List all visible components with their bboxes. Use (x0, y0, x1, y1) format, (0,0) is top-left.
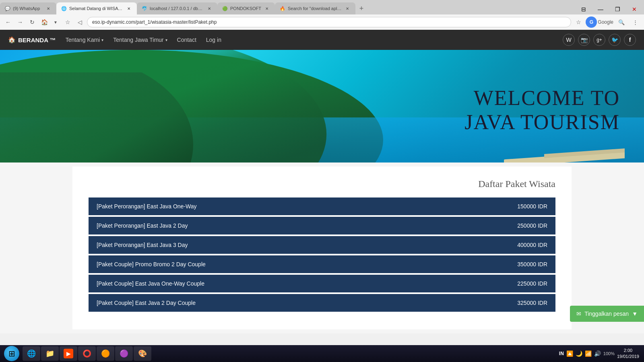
address-input[interactable]: eso.ip-dynamic.com/part_1/wisatasia-mast… (87, 17, 571, 27)
package-row-3[interactable]: [Paket Couple] Promo Bromo 2 Day Couple … (89, 255, 555, 273)
tab-close-button[interactable]: ✕ (344, 5, 351, 12)
media-icon: ▶ (64, 349, 73, 358)
google-label: Google (598, 19, 613, 25)
window-minimize-button[interactable]: — (592, 4, 609, 14)
nav-link-tentang-jawa-timur[interactable]: Tentang Jawa Timur▾ (111, 37, 169, 43)
back-history-button[interactable]: ◁ (75, 17, 85, 27)
package-name: [Paket Perorangan] East Java One-Way (97, 203, 197, 210)
tab-label: Search for "download aplika..." (288, 6, 342, 11)
package-row-1[interactable]: [Paket Perorangan] East Java 2 Day 25000… (89, 217, 555, 234)
package-name: [Paket Couple] East Java 2 Day Couple (97, 300, 196, 306)
package-price: 325000 IDR (517, 300, 547, 306)
address-text: eso.ip-dynamic.com/part_1/wisatasia-mast… (92, 19, 217, 25)
window-tab-strip-button[interactable]: ⊟ (576, 4, 592, 14)
tab-close-button[interactable]: ✕ (126, 5, 132, 12)
browser-tab-tab2[interactable]: 🌐 Selamat Datang di WISATASIA ✕ (56, 2, 137, 14)
dropdown-button[interactable]: ▼ (51, 17, 60, 27)
taskbar-purple-button[interactable]: 🟣 (115, 346, 133, 361)
clock-date: 19/01/2019 (617, 354, 639, 360)
nav-link-contact[interactable]: Contact (175, 37, 198, 43)
orange-app-icon: 🟠 (101, 349, 110, 358)
taskbar-chrome-button[interactable]: ⭕ (78, 346, 96, 361)
system-tray: IN 🔼 🌙 📶 🔊 100% 2:00 19/01/2019 (556, 348, 642, 360)
main-content: Daftar Paket Wisata [Paket Perorangan] E… (72, 167, 572, 329)
system-clock[interactable]: 2:00 19/01/2019 (617, 348, 639, 360)
package-row-2[interactable]: [Paket Perorangan] East Java 3 Day 40000… (89, 236, 555, 254)
taskbar-media-button[interactable]: ▶ (60, 346, 77, 361)
back-button[interactable]: ← (3, 17, 13, 27)
social-facebook-icon[interactable]: f (624, 34, 636, 46)
nav-brand[interactable]: 🏠 BERANDA ™ (8, 36, 56, 43)
network-icon[interactable]: 📶 (585, 350, 592, 357)
package-row-0[interactable]: [Paket Perorangan] East Java One-Way 150… (89, 197, 555, 215)
bookmark-button[interactable]: ☆ (63, 17, 72, 27)
search-button[interactable]: 🔍 (616, 16, 627, 28)
tab-bar: 💬 (9) WhatsApp ✕ 🌐 Selamat Datang di WIS… (0, 0, 644, 14)
package-row-5[interactable]: [Paket Couple] East Java 2 Day Couple 32… (89, 294, 555, 312)
tab-label: PONDOKSOFT (230, 6, 261, 11)
package-price: 225000 IDR (517, 280, 547, 287)
hero-title: WELCOME TO JAVA TOURISM (464, 86, 620, 134)
package-name: [Paket Perorangan] East Java 3 Day (97, 242, 188, 248)
browser-tab-tab3[interactable]: 🐬 localhost / 127.0.0.1 / db_nina... ✕ (137, 2, 217, 14)
bookmark-star-button[interactable]: ☆ (574, 17, 583, 27)
folder-icon: 📁 (45, 349, 55, 358)
zoom-value: 100% (603, 351, 615, 356)
nav-link-label: Tentang Jawa Timur (113, 37, 163, 43)
package-name: [Paket Couple] Promo Bromo 2 Day Couple (97, 261, 206, 267)
address-bar-row: ← → ↻ 🏠 ▼ ☆ ◁ eso.ip-dynamic.com/part_1/… (0, 14, 644, 30)
hero-title-line1: WELCOME TO (474, 86, 620, 109)
social-twitter-icon[interactable]: 🐦 (609, 34, 621, 46)
social-wordpress-icon[interactable]: W (563, 34, 575, 46)
home-button[interactable]: 🏠 (39, 17, 49, 27)
window-close-button[interactable]: ✕ (626, 4, 642, 14)
nav-dropdown-chevron: ▾ (101, 38, 103, 42)
navbar-social: W 📷 g+ 🐦 f (563, 34, 636, 46)
moon-icon[interactable]: 🌙 (576, 350, 582, 357)
nav-link-label: Log in (206, 37, 221, 43)
volume-icon[interactable]: 🔊 (594, 350, 601, 357)
tab-close-button[interactable]: ✕ (45, 5, 52, 12)
browser-tab-tab4[interactable]: 🟢 PONDOKSOFT ✕ (217, 2, 275, 14)
notifications-icon[interactable]: 🔼 (566, 350, 573, 357)
tab-close-button[interactable]: ✕ (206, 5, 213, 12)
hero-text: WELCOME TO JAVA TOURISM (464, 78, 644, 134)
browser-chrome: 💬 (9) WhatsApp ✕ 🌐 Selamat Datang di WIS… (0, 0, 644, 30)
purple-app-icon: 🟣 (119, 349, 129, 358)
clock-time: 2:00 (617, 348, 639, 354)
language-indicator: IN (559, 351, 564, 356)
taskbar-ie-button[interactable]: 🌐 (23, 346, 40, 361)
taskbar-orange-button[interactable]: 🟠 (97, 346, 114, 361)
browser-tab-tab1[interactable]: 💬 (9) WhatsApp ✕ (0, 2, 56, 14)
user-account-button[interactable]: G (586, 16, 597, 28)
nav-dropdown-chevron: ▾ (165, 38, 167, 42)
packages-list: [Paket Perorangan] East Java One-Way 150… (89, 197, 555, 312)
forward-button[interactable]: → (15, 17, 25, 27)
reload-button[interactable]: ↻ (27, 17, 37, 27)
tab-label: Selamat Datang di WISATASIA (69, 6, 123, 11)
new-tab-button[interactable]: + (355, 2, 367, 14)
tab-favicon: 🔥 (280, 6, 285, 11)
social-google-plus-icon[interactable]: g+ (593, 34, 605, 46)
start-button[interactable]: ⊞ (2, 346, 22, 361)
leave-message-button[interactable]: ✉ Tinggalkan pesan ▼ (570, 306, 644, 322)
zoom-indicator: 100% (603, 351, 615, 356)
window-restore-button[interactable]: ❐ (609, 4, 625, 14)
nav-link-label: Contact (177, 37, 196, 43)
social-instagram-icon[interactable]: 📷 (578, 34, 590, 46)
home-icon: 🏠 (8, 36, 16, 43)
menu-button[interactable]: ⋮ (630, 16, 641, 28)
nav-link-log-in[interactable]: Log in (204, 37, 223, 43)
tab-favicon: 🌐 (61, 6, 67, 11)
nav-link-tentang-kami[interactable]: Tentang Kami▾ (64, 37, 105, 43)
website-container: 🏠 BERANDA ™ Tentang Kami▾Tentang Jawa Ti… (0, 30, 644, 333)
taskbar-paint-button[interactable]: 🎨 (134, 346, 151, 361)
hero-banner: WELCOME TO JAVA TOURISM (0, 50, 644, 162)
tab-close-button[interactable]: ✕ (264, 5, 270, 12)
browser-tab-tab5[interactable]: 🔥 Search for "download aplika..." ✕ (275, 2, 355, 14)
start-orb-icon: ⊞ (4, 346, 19, 361)
package-price: 150000 IDR (517, 203, 547, 210)
package-row-4[interactable]: [Paket Couple] East Java One-Way Couple … (89, 275, 555, 292)
taskbar-folder-button[interactable]: 📁 (41, 346, 59, 361)
package-price: 400000 IDR (517, 242, 547, 248)
